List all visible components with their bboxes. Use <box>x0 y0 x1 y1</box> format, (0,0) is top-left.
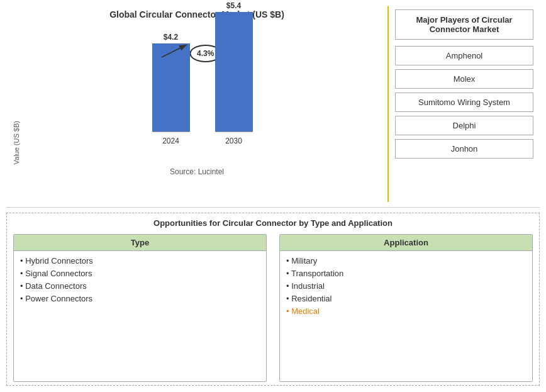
app-item-medical: • Medical <box>286 306 526 316</box>
type-item-power: • Power Connectors <box>20 294 260 303</box>
bar-label-2030: 2030 <box>225 137 242 145</box>
bottom-content: Type • Hybrid Connectors • Signal Connec… <box>13 234 533 382</box>
bars-row: 4.3% $4.2 2024 $5.4 <box>23 26 381 145</box>
axis-line <box>152 132 190 132</box>
type-item-data: • Data Connectors <box>20 281 260 291</box>
app-item-military: • Military <box>286 256 526 266</box>
app-item-transportation: • Transportation <box>286 269 526 278</box>
players-title: Major Players of Circular Connector Mark… <box>395 9 533 40</box>
type-item-signal: • Signal Connectors <box>20 269 260 278</box>
bottom-section: Opportunities for Circular Connector by … <box>6 213 540 386</box>
chart-section: Global Circular Connector Market (US $B)… <box>6 6 389 202</box>
bar-value-2024: $4.2 <box>164 33 178 42</box>
bar-2024 <box>152 43 190 132</box>
type-items: • Hybrid Connectors • Signal Connectors … <box>14 251 266 381</box>
type-item-hybrid: • Hybrid Connectors <box>20 256 260 266</box>
type-column: Type • Hybrid Connectors • Signal Connec… <box>13 234 267 382</box>
player-delphi: Delphi <box>395 116 533 135</box>
axis-line-2030 <box>215 132 253 132</box>
player-sumitomo: Sumitomo Wiring System <box>395 92 533 112</box>
player-amphenol: Amphenol <box>395 46 533 65</box>
type-header: Type <box>14 235 266 251</box>
bar-group-2030: $5.4 2030 <box>215 1 253 145</box>
bar-2030 <box>215 12 253 132</box>
app-item-residential: • Residential <box>286 294 526 303</box>
bar-label-2024: 2024 <box>162 137 179 145</box>
player-jonhon: Jonhon <box>395 139 533 159</box>
players-section: Major Players of Circular Connector Mark… <box>389 6 540 202</box>
application-items: • Military • Transportation • Industrial… <box>280 251 532 381</box>
bars-container: 4.3% $4.2 2024 $5.4 <box>23 26 381 164</box>
chart-area: Value (US $B) 4.3% $4.2 2024 <box>13 26 381 164</box>
bar-value-2030: $5.4 <box>226 1 241 10</box>
bar-group-2024: $4.2 2024 <box>152 33 190 145</box>
application-header: Application <box>280 235 532 251</box>
chart-title: Global Circular Connector Market (US $B) <box>109 9 284 20</box>
application-column: Application • Military • Transportation … <box>279 234 533 382</box>
y-axis-label: Value (US $B) <box>13 121 20 165</box>
app-item-industrial: • Industrial <box>286 281 526 291</box>
player-molex: Molex <box>395 69 533 89</box>
source-text: Source: Lucintel <box>170 167 224 176</box>
bottom-title: Opportunities for Circular Connector by … <box>13 218 533 228</box>
